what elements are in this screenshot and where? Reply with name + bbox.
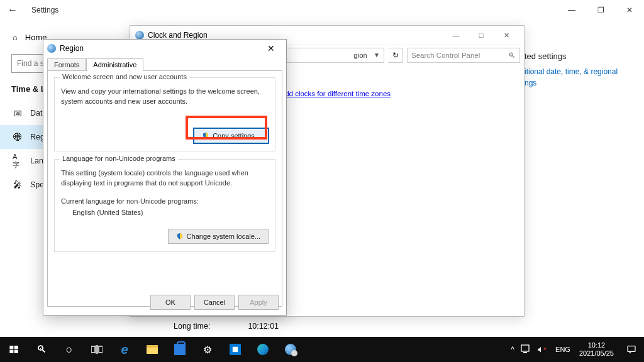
region-tabs: Formats Administrative (47, 58, 282, 71)
home-icon: ⌂ (13, 33, 18, 42)
taskbar-app-controlpanel[interactable] (277, 337, 304, 362)
taskbar-app-ie[interactable]: e (111, 337, 138, 362)
svg-rect-8 (233, 347, 238, 352)
cp-breadcrumb-text: gion (353, 52, 367, 59)
svg-rect-0 (9, 346, 13, 349)
close-button[interactable]: ✕ (615, 0, 644, 20)
settings-titlebar: ← Settings (0, 0, 644, 20)
intl-icon (285, 344, 296, 355)
ok-button[interactable]: OK (150, 295, 191, 310)
tab-administrative[interactable]: Administrative (86, 58, 143, 71)
taskbar: 🔍︎ ○ e ⚙︎ ^ 🔈︎× ENG 10:12 2021/05/25 (0, 337, 644, 362)
current-language-value: English (United States) (72, 209, 269, 216)
tab-formats[interactable]: Formats (47, 58, 86, 71)
group-legend: Language for non-Unicode programs (60, 155, 178, 162)
group-description: This setting (system locale) controls th… (61, 168, 269, 189)
region-dialog: Region ✕ Formats Administrative Welcome … (43, 39, 287, 315)
task-view-button[interactable] (83, 337, 111, 362)
edge-icon (257, 344, 269, 355)
svg-rect-11 (628, 346, 635, 352)
cp-link-add-clocks[interactable]: Add clocks for different time zones (280, 90, 391, 97)
current-language-label: Current language for non-Unicode program… (61, 197, 269, 205)
maximize-button[interactable]: ❐ (586, 0, 615, 20)
search-icon: 🔍︎ (508, 52, 516, 59)
cp-search-placeholder: Search Control Panel (411, 52, 480, 59)
taskbar-app-explorer[interactable] (138, 337, 166, 362)
copy-settings-label: Copy settings... (213, 132, 260, 140)
taskbar-search-button[interactable]: 🔍︎ (28, 337, 55, 362)
dialog-buttons: OK Cancel Apply (43, 295, 286, 310)
taskbar-app-window[interactable] (221, 337, 249, 362)
shield-icon (176, 233, 184, 240)
language-icon: A字 (13, 156, 23, 166)
change-system-locale-button[interactable]: Change system locale... (168, 229, 269, 244)
settings-title: Settings (31, 6, 58, 14)
related-link-regional[interactable]: itional date, time, & regional ngs (525, 67, 618, 87)
globe-icon: 🌐︎ (13, 132, 23, 142)
svg-rect-1 (14, 346, 18, 349)
region-titlebar[interactable]: Region ✕ (43, 40, 286, 57)
clock-time: 10:12 (579, 341, 614, 349)
folder-icon (147, 345, 158, 354)
microphone-icon: 🎤︎ (13, 180, 23, 190)
related-heading: ted settings (525, 52, 631, 61)
taskbar-app-store[interactable] (166, 337, 194, 362)
cancel-button[interactable]: Cancel (194, 295, 235, 310)
cp-close-button[interactable]: ✕ (494, 28, 519, 43)
action-center-button[interactable] (619, 337, 644, 362)
svg-rect-5 (99, 346, 103, 353)
globe-icon (47, 44, 56, 53)
region-title: Region (60, 44, 84, 53)
svg-rect-3 (14, 350, 18, 353)
taskbar-app-settings[interactable]: ⚙︎ (194, 337, 221, 362)
cp-maximize-button[interactable]: □ (469, 28, 494, 43)
region-close-button[interactable]: ✕ (260, 41, 282, 55)
long-time-label: Long time: (174, 322, 210, 331)
apply-button: Apply (238, 295, 279, 310)
network-icon[interactable] (521, 344, 530, 355)
cp-refresh-button[interactable]: ↻ (388, 48, 403, 63)
taskbar-clock[interactable]: 10:12 2021/05/25 (574, 341, 619, 358)
volume-icon[interactable]: 🔈︎× (536, 345, 547, 354)
group-welcome-screen: Welcome screen and new user accounts Vie… (54, 77, 275, 151)
chevron-up-icon[interactable]: ^ (511, 345, 514, 354)
svg-rect-2 (9, 350, 13, 353)
group-non-unicode: Language for non-Unicode programs This s… (54, 159, 275, 252)
clock-date: 2021/05/25 (579, 349, 614, 358)
svg-rect-9 (521, 345, 529, 351)
svg-rect-4 (91, 346, 95, 353)
shield-icon (202, 132, 209, 140)
start-button[interactable] (0, 337, 28, 362)
svg-rect-10 (523, 352, 527, 353)
language-indicator[interactable]: ENG (552, 346, 574, 353)
group-legend: Welcome screen and new user accounts (60, 73, 189, 80)
back-button[interactable]: ← (0, 0, 25, 20)
tab-body: Welcome screen and new user accounts Vie… (47, 70, 282, 307)
cp-minimize-button[interactable]: ― (443, 28, 469, 43)
calendar-icon: 📅︎ (13, 108, 23, 118)
taskbar-app-edge[interactable] (249, 337, 277, 362)
cp-title: Clock and Region (148, 31, 208, 40)
group-description: View and copy your international setting… (61, 87, 269, 107)
chevron-down-icon: ▼ (374, 52, 380, 58)
window-controls: ― ❐ ✕ (557, 0, 644, 20)
long-time-value: 10:12:01 (248, 322, 279, 331)
copy-settings-button[interactable]: Copy settings... (194, 128, 269, 143)
change-locale-label: Change system locale... (187, 233, 260, 240)
store-icon (174, 344, 186, 355)
window-icon (230, 344, 241, 355)
globe-icon (135, 31, 144, 40)
cp-search-input[interactable]: Search Control Panel 🔍︎ (407, 48, 520, 63)
related-settings: ted settings itional date, time, & regio… (525, 52, 631, 89)
cortana-button[interactable]: ○ (55, 337, 83, 362)
system-tray[interactable]: ^ 🔈︎× (506, 344, 552, 355)
minimize-button[interactable]: ― (557, 0, 586, 20)
